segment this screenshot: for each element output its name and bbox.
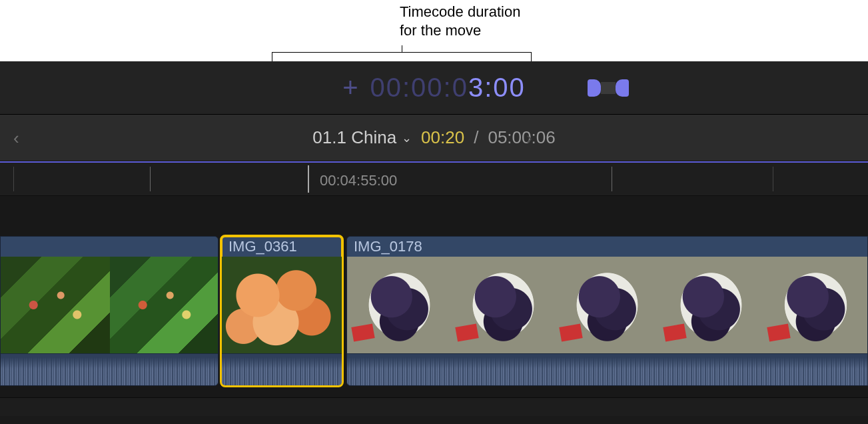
timecode-bar: + 00:00:03:00: [0, 61, 868, 115]
current-duration: 00:20: [421, 127, 464, 148]
clip-audio-waveform: [222, 353, 342, 386]
clip-thumbnails: [222, 257, 342, 353]
playhead[interactable]: [308, 165, 309, 193]
project-bar: ‹ 01.1 China ⌄ 00:20 / 05:00:06 ›: [0, 115, 868, 161]
project-name-label: 01.1 China: [312, 127, 396, 148]
duration-separator: /: [474, 127, 478, 148]
timeline-footer: [0, 397, 868, 416]
clip-audio-waveform: [1, 353, 218, 386]
timecode-dim: 00:00:0: [370, 73, 468, 102]
chevron-down-icon: ⌄: [402, 131, 412, 145]
chevron-left-icon: ‹: [13, 127, 19, 147]
timeline-ruler[interactable]: 00:04:55:00: [0, 161, 868, 196]
clip-audio-waveform: [347, 353, 867, 386]
trim-indicator-icon: [582, 79, 635, 97]
project-name-dropdown[interactable]: 01.1 China ⌄: [312, 127, 412, 148]
timecode-bright: 3:00: [468, 73, 526, 102]
timecode-input[interactable]: + 00:00:03:00: [342, 73, 526, 103]
clip-thumbnails: [347, 257, 867, 353]
clip-label: IMG_0361: [222, 237, 342, 257]
app-window: + 00:00:03:00 ‹ 01.1 China ⌄ 00:20 / 05:…: [0, 61, 868, 424]
annotation-callout: Timecode duration for the move: [0, 0, 868, 61]
timeline-clip[interactable]: IMG_0178: [346, 236, 868, 386]
history-back-button[interactable]: ‹: [9, 123, 23, 152]
total-duration: 05:00:06: [488, 127, 555, 148]
timeline-tracks[interactable]: IMG_0361 IMG_0178: [0, 196, 868, 416]
clip-thumbnails: [1, 257, 218, 353]
timecode-value: 00:00:03:00: [370, 73, 526, 103]
history-forward-button[interactable]: ›: [522, 123, 536, 152]
callout-bracket: [272, 45, 532, 61]
chevron-right-icon: ›: [526, 127, 532, 147]
callout-line1: Timecode duration: [400, 3, 520, 20]
project-title: 01.1 China ⌄ 00:20 / 05:00:06: [312, 127, 555, 148]
clip-label: [1, 237, 218, 257]
timeline-clip-selected[interactable]: IMG_0361: [221, 236, 342, 386]
clip-label: IMG_0178: [347, 237, 867, 257]
timecode-sign: +: [342, 73, 358, 103]
callout-line2: for the move: [400, 22, 481, 39]
callout-text: Timecode duration for the move: [400, 3, 520, 39]
playhead-timecode: 00:04:55:00: [320, 172, 397, 189]
timeline-clip[interactable]: [0, 236, 218, 386]
